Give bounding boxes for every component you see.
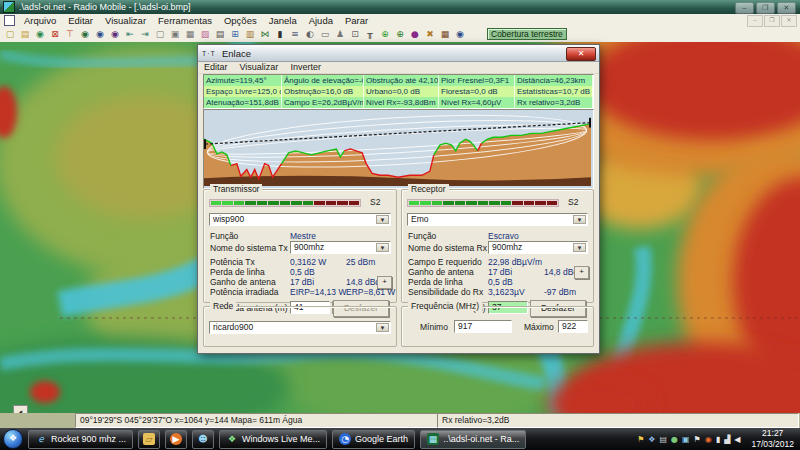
next-icon[interactable]: ⇥ — [138, 28, 152, 41]
tray-devices-icon[interactable]: ❖ — [648, 435, 655, 444]
menu-ajuda[interactable]: Ajuda — [303, 15, 339, 26]
brightness-icon[interactable]: ◐ — [303, 28, 317, 41]
new-window-icon[interactable]: ▣ — [168, 28, 182, 41]
azimuth-value: Azimute=119,45° — [204, 75, 282, 86]
rx-antenna-gain-row: Ganho de antena 17 dBi 14,8 dBd + — [408, 267, 589, 277]
contrast-icon[interactable]: ▮ — [273, 28, 287, 41]
tx-line-loss-row: Perda de linha 0,5 dB — [210, 267, 392, 277]
rx-relative-value: Rx relativo=3,2dB — [515, 97, 593, 108]
prev-icon[interactable]: ⇤ — [123, 28, 137, 41]
fullscreen-icon[interactable]: ⊡ — [348, 28, 362, 41]
menu-parar[interactable]: Parar — [339, 15, 374, 26]
minimize-button[interactable]: – — [735, 2, 754, 14]
route-icon[interactable]: ♟ — [333, 28, 347, 41]
rx-unit-combo[interactable]: Emo ▼ — [407, 213, 588, 226]
menu-ferramentas[interactable]: Ferramentas — [152, 15, 218, 26]
tx-role-row: Função Mestre — [210, 231, 392, 241]
start-button[interactable]: ❖ — [3, 429, 23, 449]
link-antenna-icon[interactable]: ╥ — [363, 28, 377, 41]
mdi-window-controls[interactable]: –❐✕ — [747, 15, 797, 27]
globe-blue-icon[interactable]: ◉ — [93, 28, 107, 41]
frame-icon[interactable]: ▭ — [318, 28, 332, 41]
network-group-label: Rede — [210, 301, 236, 311]
rx-level-dbm-value: Nível Rx=-93,8dBm — [364, 97, 439, 108]
obstruction-at-value: Obstrução até 42,10km — [364, 75, 439, 86]
import-icon[interactable]: ▥ — [243, 28, 257, 41]
cursor-position-status: 09°19'29"S 045°29'37"O x=1064 y=144 Mapa… — [75, 413, 439, 428]
menu-arquivo[interactable]: Arquivo — [18, 15, 62, 26]
rx-unit-combo-arrow[interactable]: ▼ — [573, 215, 586, 224]
world-map-icon[interactable]: ◉ — [453, 28, 467, 41]
coverage-combined-icon[interactable]: ⊕ — [393, 28, 407, 41]
tray-chat-icon[interactable]: ● — [671, 435, 678, 444]
window-icon[interactable]: ▢ — [153, 28, 167, 41]
map-scroll-arrow[interactable]: ◂ — [13, 405, 28, 413]
taskbar-clock[interactable]: 21:27 17/03/2012 — [745, 428, 800, 449]
tray-display-icon[interactable]: ▤ — [659, 435, 667, 444]
tray-update-icon[interactable]: ⚑ — [637, 435, 644, 444]
globe-dark-icon[interactable]: ◉ — [108, 28, 122, 41]
maximize-button[interactable]: ❐ — [756, 2, 775, 14]
tx-unit-combo-arrow[interactable]: ▼ — [376, 215, 389, 224]
network-combo-arrow[interactable]: ▼ — [376, 323, 389, 332]
taskbar-radio-mobile-button[interactable]: ▦ ..\adsl-oi.net - Ra... — [420, 430, 526, 449]
network-combo[interactable]: ricardo900 ▼ — [209, 321, 391, 334]
rx-level-uv-value: Nível Rx=4,60µV — [439, 97, 515, 108]
taskbar-rocket-button[interactable]: e Rocket 900 mhz ... — [28, 430, 133, 449]
frequency-min-field[interactable]: 917 — [454, 320, 512, 333]
taskbar-windows-live-button[interactable]: ❖ Windows Live Me... — [219, 430, 327, 449]
tools-icon[interactable]: ✖ — [423, 28, 437, 41]
coverage-status-chip: Cobertura terrestre — [487, 28, 567, 40]
close-button[interactable]: ✕ — [777, 2, 796, 14]
tx-unit-combo[interactable]: wisp900 ▼ — [209, 213, 391, 226]
menu-editar[interactable]: Editar — [62, 15, 99, 26]
dialog-title-bar[interactable]: T·T Enlace ✕ — [198, 45, 599, 62]
dialog-close-button[interactable]: ✕ — [566, 47, 596, 61]
tray-network-icon[interactable]: ▟ — [724, 435, 730, 444]
menu-opcoes[interactable]: Opções — [218, 15, 263, 26]
dialog-menu-editar[interactable]: Editar — [198, 62, 234, 72]
taskbar-explorer-button[interactable]: ▱ — [138, 430, 160, 449]
copy-icon[interactable]: ⊞ — [228, 28, 242, 41]
frequency-max-field[interactable]: 922 — [558, 320, 588, 333]
clock-time: 21:27 — [762, 428, 783, 438]
antenna-red-icon[interactable]: ⊤ — [63, 28, 77, 41]
merge-icon[interactable]: ⋈ — [258, 28, 272, 41]
tx-system-combo[interactable]: 900mhz ▼ — [290, 241, 391, 254]
info-row-1: Azimute=119,45° Ângulo de elevação=-0,06… — [204, 75, 593, 86]
network-group: Rede ricardo900 ▼ — [203, 306, 397, 347]
dialog-menu-visualizar[interactable]: Visualizar — [234, 62, 285, 72]
tray-flag-icon[interactable]: ⚑ — [694, 435, 701, 444]
receiver-group: Receptor S2 Emo ▼ Função Escravo Nome do… — [401, 189, 594, 303]
new-picture-icon[interactable]: ▢ — [3, 28, 17, 41]
ball-purple-icon[interactable]: ● — [408, 28, 422, 41]
print-icon[interactable]: ▤ — [213, 28, 227, 41]
dialog-menu-inverter[interactable]: Inverter — [284, 62, 327, 72]
taskbar-google-earth-button[interactable]: ◔ Google Earth — [332, 430, 415, 449]
forest-loss-value: Floresta=0,0 dB — [439, 86, 515, 97]
open-icon[interactable]: ▤ — [18, 28, 32, 41]
rx-system-combo-arrow[interactable]: ▼ — [573, 243, 586, 252]
coverage-single-icon[interactable]: ⊕ — [378, 28, 392, 41]
delete-grid-icon[interactable]: ⊠ — [48, 28, 62, 41]
picture-icon[interactable]: ▨ — [198, 28, 212, 41]
windows-cascade-icon[interactable]: ▦ — [183, 28, 197, 41]
tray-av-icon[interactable]: ◉ — [705, 435, 712, 444]
menu-janela[interactable]: Janela — [263, 15, 303, 26]
toolbar-icons: ▢▤◉⊠⊤◉◉◉⇤⇥▢▣▦▨▤⊞▥⋈▮≡◐▭♟⊡╥⊕⊕●✖▦◉ — [0, 27, 800, 42]
menu-visualizar[interactable]: Visualizar — [99, 15, 152, 26]
tray-screen-icon[interactable]: ▣ — [682, 435, 690, 444]
tx-system-combo-arrow[interactable]: ▼ — [376, 243, 389, 252]
tray-volume-icon[interactable]: ◀ — [734, 435, 740, 444]
attenuation-value: Atenuação=151,8dB — [204, 97, 282, 108]
taskbar-media-player-button[interactable]: ▶ — [165, 430, 187, 449]
save-globe-icon[interactable]: ◉ — [33, 28, 47, 41]
elevation-profile-chart[interactable] — [203, 109, 594, 189]
globe-green-icon[interactable]: ◉ — [78, 28, 92, 41]
ruler-icon[interactable]: ≡ — [288, 28, 302, 41]
rx-system-combo[interactable]: 900mhz ▼ — [488, 241, 588, 254]
tray-battery-icon[interactable]: ▮ — [716, 435, 720, 444]
taskbar: ❖ e Rocket 900 mhz ... ▱ ▶ ☻ ❖ Windows L… — [0, 428, 800, 450]
grid-window-icon[interactable]: ▦ — [438, 28, 452, 41]
taskbar-messenger-button[interactable]: ☻ — [192, 430, 214, 449]
